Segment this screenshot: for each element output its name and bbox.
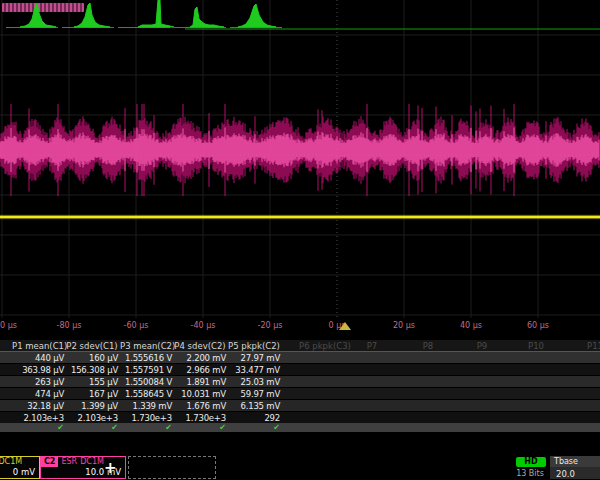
table-row: 440 µV160 µV1.555616 V2.200 mV27.97 mV [0,352,600,363]
param-value-p1-row4: 474 µV [12,389,64,399]
param-value-p1-row3: 263 µV [12,377,64,387]
param-value-p1-row2: 363.98 µV [12,365,64,375]
status-check-band: ✔✔✔✔✔ [0,423,600,432]
param-value-p5-row1: 27.97 mV [228,353,280,363]
time-axis-label-7: 40 µs [460,321,482,330]
param-histicon-p3 [138,0,174,27]
param-header-inactive-8[interactable]: P8 [423,341,434,351]
param-header-inactive-7[interactable]: P7 [367,341,378,351]
add-trace-box[interactable] [128,456,216,479]
c1-coupling: DC1M [0,457,22,466]
param-value-p5-row6: 292 [228,413,280,423]
param-header-p3[interactable]: P3 mean(C2) [120,341,172,351]
param-value-p1-row5: 32.18 µV [12,401,64,411]
param-value-p2-row3: 155 µV [66,377,118,387]
timebase-descriptor[interactable]: Tbase 20.0 [550,456,600,479]
waveform-grid [0,0,600,318]
param-histicon-p1 [20,3,56,27]
param-value-p4-row1: 2.200 mV [174,353,226,363]
param-value-p4-row5: 1.676 mV [174,401,226,411]
param-header-p4[interactable]: P4 sdev(C2) [174,341,226,351]
param-value-p5-row3: 25.03 mV [228,377,280,387]
time-axis-label-3: -40 µs [191,321,216,330]
time-axis-label-8: 60 µs [527,321,549,330]
param-value-p4-row2: 2.966 mV [174,365,226,375]
param-value-p2-row6: 2.103e+3 [66,413,118,423]
param-value-p3-row6: 1.730e+3 [120,413,172,423]
c2-eres-tag: ESR [61,457,77,466]
param-header-p1[interactable]: P1 mean(C1) [12,341,64,351]
c1-scale: 0 mV [0,467,39,477]
table-row: 263 µV155 µV1.550084 V1.891 mV25.03 mV [0,376,600,387]
param-header-p5[interactable]: P5 pkpk(C2) [228,341,280,351]
c1-trace-glow [0,215,600,220]
table-row: 32.18 µV1.399 µV1.339 mV1.676 mV6.135 mV [0,400,600,411]
trigger-position-marker[interactable] [339,322,351,330]
param-header-inactive-9[interactable]: P9 [477,341,488,351]
param-value-p2-row1: 160 µV [66,353,118,363]
param-value-p4-row4: 10.031 mV [174,389,226,399]
param-value-p1-row1: 440 µV [12,353,64,363]
timebase-value: 20.0 [550,467,600,479]
time-axis-label-4: -20 µs [258,321,283,330]
channel-c1-descriptor[interactable]: C1DC1M 0 mV [0,456,40,479]
channel-c2-descriptor[interactable]: C2ESRDC1M 10.0 mV [40,456,126,479]
c2-scale: 10.0 mV [41,467,125,477]
status-check-icon: ✔ [228,423,280,432]
param-header-p2[interactable]: P2 sdev(C1) [66,341,118,351]
status-check-icon: ✔ [120,423,172,432]
status-check-icon: ✔ [66,423,118,432]
param-value-p5-row5: 6.135 mV [228,401,280,411]
status-check-icon: ✔ [174,423,226,432]
param-value-p2-row5: 1.399 µV [66,401,118,411]
param-value-p4-row3: 1.891 mV [174,377,226,387]
param-header-inactive-6[interactable]: P6 pkpk(C3) [299,341,351,351]
param-value-p4-row6: 1.730e+3 [174,413,226,423]
param-value-p5-row4: 59.97 mV [228,389,280,399]
param-value-p3-row5: 1.339 mV [120,401,172,411]
table-row: 363.98 µV156.308 µV1.557591 V2.966 mV33.… [0,364,600,375]
table-row: 474 µV167 µV1.558645 V10.031 mV59.97 mV [0,388,600,399]
param-histicon-p2 [74,3,110,27]
param-histicon-p4 [190,7,224,27]
param-value-p3-row2: 1.557591 V [120,365,172,375]
status-check-icon: ✔ [12,423,64,432]
parameter-histicons [0,0,600,32]
param-value-p3-row1: 1.555616 V [120,353,172,363]
resolution-bits-label: 13 Bits [505,469,555,478]
c2-coupling: DC1M [80,457,104,466]
time-axis-label-6: 20 µs [393,321,415,330]
bottom-bar: C1DC1M 0 mV C2ESRDC1M 10.0 mV HD 13 Bits… [0,455,600,480]
param-header-inactive-11[interactable]: P11 [587,341,600,351]
param-value-p2-row2: 156.308 µV [66,365,118,375]
time-axis-label-0: -100 µs [0,321,17,330]
timebase-title: Tbase [550,456,600,467]
param-value-p1-row6: 2.103e+3 [12,413,64,423]
c2-badge: C2 [41,457,58,467]
oscilloscope-screen: -100 µs-80 µs-60 µs-40 µs-20 µs0 µs20 µs… [0,0,600,480]
time-axis: -100 µs-80 µs-60 µs-40 µs-20 µs0 µs20 µs… [0,318,600,334]
param-histicon-p5 [238,4,276,27]
hd-mode-badge[interactable]: HD [516,457,546,467]
param-value-p5-row2: 33.477 mV [228,365,280,375]
param-header-band: P1 mean(C1)P2 sdev(C1)P3 mean(C2)P4 sdev… [0,340,600,352]
table-row: 2.103e+32.103e+31.730e+31.730e+3292 [0,412,600,423]
param-value-p3-row3: 1.550084 V [120,377,172,387]
param-value-p2-row4: 167 µV [66,389,118,399]
param-value-p3-row4: 1.558645 V [120,389,172,399]
time-axis-label-2: -60 µs [124,321,149,330]
param-header-inactive-10[interactable]: P10 [528,341,544,351]
time-axis-label-1: -80 µs [57,321,82,330]
